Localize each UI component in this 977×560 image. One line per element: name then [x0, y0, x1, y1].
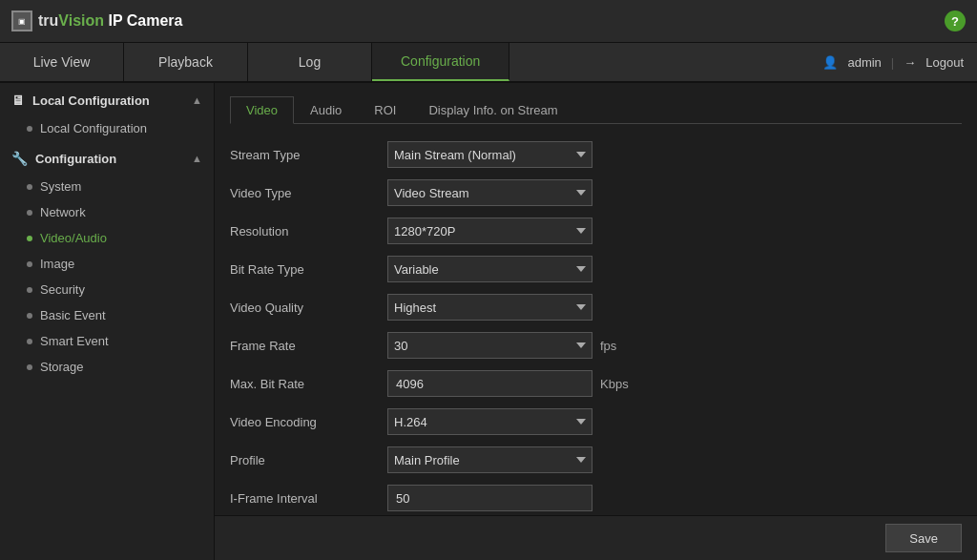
suffix-kbps: Kbps: [600, 377, 629, 391]
control-video-quality: Highest Higher Medium Low Lower Lowest: [387, 294, 592, 321]
tab-audio[interactable]: Audio: [294, 96, 358, 123]
bullet-icon: [27, 313, 32, 319]
sidebar-item-image[interactable]: Image: [0, 251, 214, 277]
label-iframe-interval: I-Frame Interval: [230, 491, 387, 506]
select-stream-type[interactable]: Main Stream (Normal) Sub Stream Third St…: [387, 141, 592, 168]
nav-user-area: 👤 admin | → Logout: [809, 43, 977, 81]
control-iframe-interval: [387, 485, 592, 511]
control-frame-rate: 30 25 20 15 10 5: [387, 332, 592, 359]
suffix-fps: fps: [600, 339, 616, 353]
form-row-video-encoding: Video Encoding H.264 H.265 MJPEG: [230, 408, 962, 435]
bullet-icon: [27, 236, 32, 241]
control-video-type: Video Stream Video&Audio Stream: [387, 179, 592, 206]
logo-tru: tru: [38, 12, 58, 29]
form-row-stream-type: Stream Type Main Stream (Normal) Sub Str…: [230, 141, 962, 168]
bullet-icon: [27, 287, 32, 293]
control-resolution: 1280*720P 1920*1080P 640*480: [387, 218, 592, 244]
bullet-icon: [27, 339, 32, 344]
logo-area: ▣ truVision IP Camera: [11, 10, 182, 31]
nav-configuration[interactable]: Configuration: [372, 43, 509, 81]
main-layout: 🖥 Local Configuration ▲ Local Configurat…: [0, 83, 977, 560]
sidebar-item-basic-event[interactable]: Basic Event: [0, 302, 214, 328]
sidebar-item-video-audio[interactable]: Video/Audio: [0, 225, 214, 251]
content-area: Video Audio ROI Display Info. on Stream …: [215, 83, 977, 515]
input-iframe-interval[interactable]: [387, 485, 592, 511]
bullet-icon: [27, 261, 32, 267]
wrench-icon: 🔧: [11, 151, 28, 166]
control-stream-type: Main Stream (Normal) Sub Stream Third St…: [387, 141, 592, 168]
sidebar-item-system[interactable]: System: [0, 174, 214, 199]
label-stream-type: Stream Type: [230, 148, 387, 162]
logo-vision: Vision: [58, 12, 104, 29]
control-video-encoding: H.264 H.265 MJPEG: [387, 408, 592, 435]
control-bit-rate-type: Variable Constant: [387, 256, 592, 282]
nav-bar: Live View Playback Log Configuration 👤 a…: [0, 43, 977, 83]
select-bit-rate-type[interactable]: Variable Constant: [387, 256, 592, 282]
form-row-iframe-interval: I-Frame Interval: [230, 485, 962, 511]
bullet-icon: [27, 210, 32, 216]
label-profile: Profile: [230, 453, 387, 467]
bullet-icon: [27, 364, 32, 370]
nav-playback[interactable]: Playback: [124, 43, 248, 81]
tab-video[interactable]: Video: [230, 96, 294, 124]
label-video-quality: Video Quality: [230, 301, 387, 315]
save-button[interactable]: Save: [885, 524, 962, 552]
sidebar-item-security[interactable]: Security: [0, 277, 214, 302]
sidebar: 🖥 Local Configuration ▲ Local Configurat…: [0, 83, 215, 560]
tab-roi[interactable]: ROI: [358, 96, 412, 123]
form-row-profile: Profile Main Profile High Profile Baseli…: [230, 446, 962, 473]
select-video-type[interactable]: Video Stream Video&Audio Stream: [387, 179, 592, 206]
bullet-icon: [27, 184, 32, 190]
sidebar-section-configuration[interactable]: 🔧 Configuration ▲: [0, 141, 214, 174]
label-video-type: Video Type: [230, 186, 387, 200]
select-profile[interactable]: Main Profile High Profile Baseline Profi…: [387, 446, 592, 473]
control-max-bit-rate: [387, 370, 592, 397]
chevron-up-icon: ▲: [192, 94, 202, 106]
tab-bar: Video Audio ROI Display Info. on Stream: [230, 96, 962, 124]
form-row-video-type: Video Type Video Stream Video&Audio Stre…: [230, 179, 962, 206]
control-profile: Main Profile High Profile Baseline Profi…: [387, 446, 592, 473]
header-right: ?: [945, 10, 966, 31]
content-wrapper: Video Audio ROI Display Info. on Stream …: [215, 83, 977, 560]
label-max-bit-rate: Max. Bit Rate: [230, 377, 387, 391]
label-resolution: Resolution: [230, 224, 387, 239]
label-bit-rate-type: Bit Rate Type: [230, 262, 387, 277]
tab-display-info[interactable]: Display Info. on Stream: [412, 96, 573, 123]
logout-icon: →: [904, 55, 916, 70]
help-button[interactable]: ?: [945, 10, 966, 31]
select-video-encoding[interactable]: H.264 H.265 MJPEG: [387, 408, 592, 435]
form-row-max-bit-rate: Max. Bit Rate Kbps: [230, 370, 962, 397]
select-frame-rate[interactable]: 30 25 20 15 10 5: [387, 332, 592, 359]
select-video-quality[interactable]: Highest Higher Medium Low Lower Lowest: [387, 294, 592, 321]
nav-separator: |: [891, 55, 894, 70]
footer-bar: Save: [215, 515, 977, 560]
header: ▣ truVision IP Camera ?: [0, 0, 977, 43]
nav-live-view[interactable]: Live View: [0, 43, 124, 81]
input-max-bit-rate[interactable]: [387, 370, 592, 397]
label-video-encoding: Video Encoding: [230, 415, 387, 429]
username: admin: [847, 55, 881, 70]
form-row-video-quality: Video Quality Highest Higher Medium Low …: [230, 294, 962, 321]
form-row-resolution: Resolution 1280*720P 1920*1080P 640*480: [230, 218, 962, 244]
logout-link[interactable]: Logout: [925, 55, 964, 70]
user-icon: 👤: [822, 55, 838, 70]
sidebar-item-local-configuration[interactable]: Local Configuration: [0, 115, 214, 141]
logo-icon: ▣: [11, 10, 32, 31]
bullet-icon: [27, 126, 32, 132]
chevron-up-icon-2: ▲: [192, 153, 202, 164]
monitor-icon: 🖥: [11, 93, 25, 108]
label-frame-rate: Frame Rate: [230, 339, 387, 353]
select-resolution[interactable]: 1280*720P 1920*1080P 640*480: [387, 218, 592, 244]
nav-log[interactable]: Log: [248, 43, 372, 81]
form-row-frame-rate: Frame Rate 30 25 20 15 10 5 fps: [230, 332, 962, 359]
sidebar-item-network[interactable]: Network: [0, 199, 214, 225]
form-row-bit-rate-type: Bit Rate Type Variable Constant: [230, 256, 962, 282]
logo-text: truVision IP Camera: [38, 12, 182, 30]
sidebar-item-smart-event[interactable]: Smart Event: [0, 328, 214, 354]
sidebar-section-local[interactable]: 🖥 Local Configuration ▲: [0, 83, 214, 115]
sidebar-item-storage[interactable]: Storage: [0, 354, 214, 380]
